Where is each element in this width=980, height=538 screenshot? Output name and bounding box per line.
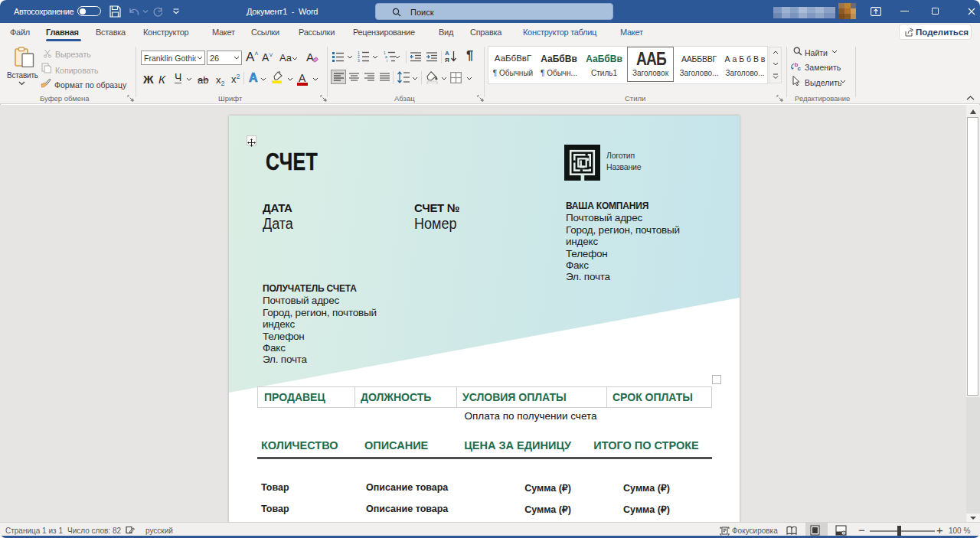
svg-text:i: i bbox=[387, 58, 387, 62]
svg-text:А: А bbox=[445, 50, 449, 57]
svg-text:3: 3 bbox=[358, 58, 360, 62]
svg-text:Я: Я bbox=[445, 57, 449, 63]
svg-text:c: c bbox=[798, 65, 802, 72]
